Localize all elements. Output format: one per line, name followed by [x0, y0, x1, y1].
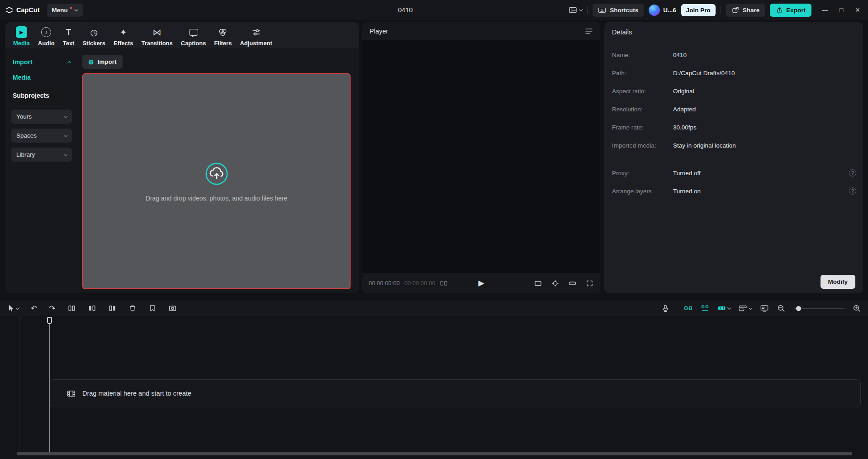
user-account[interactable]: U...6 — [649, 5, 676, 16]
captions-icon — [189, 26, 198, 38]
sidebar-item-import[interactable]: Import — [11, 56, 72, 68]
zoom-out-button[interactable] — [777, 304, 786, 313]
record-voiceover-button[interactable] — [661, 304, 669, 313]
audio-icon: ♪ — [41, 26, 51, 38]
detail-row-proxy: Proxy: Turned off ? — [612, 164, 855, 182]
playhead-handle[interactable] — [47, 317, 52, 324]
chevron-down-icon — [749, 306, 752, 310]
ratio-icon[interactable] — [534, 279, 542, 287]
import-button[interactable]: ⊕ Import — [82, 55, 123, 69]
fit-adapt-icon[interactable] — [551, 279, 560, 287]
play-button[interactable]: ▶ — [478, 278, 484, 288]
tab-stickers[interactable]: ◷ Stickers — [78, 25, 109, 47]
playhead[interactable] — [47, 317, 52, 324]
capcut-window: CapCut Menu 0410 Shortcuts U...6 Join Pr — [0, 0, 868, 459]
tab-text[interactable]: T Text — [59, 25, 79, 47]
help-icon[interactable]: ? — [849, 169, 856, 177]
preview-quality-button[interactable] — [760, 304, 769, 312]
undo-button[interactable]: ↶ — [31, 305, 37, 312]
track-header-divider — [19, 316, 20, 450]
player-panel: Player 00:00:00:00 00:00:00:00 ▶ — [362, 22, 600, 293]
export-button[interactable]: Export — [770, 4, 811, 17]
timeline-drop-strip[interactable]: Drag material here and start to create — [50, 379, 861, 407]
chevron-down-icon — [64, 152, 67, 156]
media-sidebar: Import Media Subprojects Yours Spaces — [5, 48, 78, 293]
logo-text: CapCut — [16, 6, 40, 14]
zoom-in-button[interactable] — [853, 304, 861, 313]
detail-row-resolution: Resolution: Adapted — [612, 100, 855, 118]
frames-icon[interactable] — [440, 279, 448, 287]
sidebar-group-yours[interactable]: Yours — [11, 110, 72, 124]
tab-filters[interactable]: Filters — [210, 25, 236, 47]
sidebar-group-library[interactable]: Library — [11, 148, 72, 162]
close-button[interactable]: × — [851, 3, 864, 17]
menu-button[interactable]: Menu — [47, 4, 83, 17]
timeline[interactable]: Drag material here and start to create — [0, 316, 868, 459]
sidebar-group-spaces[interactable]: Spaces — [11, 129, 72, 143]
media-library-panel: ▶ Media ♪ Audio T Text ◷ Stickers ✦ Effe… — [5, 22, 359, 293]
titlebar-divider — [721, 6, 721, 14]
auto-snap-toggle[interactable] — [684, 304, 693, 312]
shortcuts-button[interactable]: Shortcuts — [593, 4, 644, 17]
transitions-icon: ⋈ — [153, 26, 161, 38]
chevron-down-icon — [75, 8, 78, 11]
chevron-down-icon — [64, 114, 67, 118]
tab-media[interactable]: ▶ Media — [9, 25, 34, 47]
tab-effects[interactable]: ✦ Effects — [109, 25, 137, 47]
tab-captions[interactable]: Captions — [177, 25, 210, 47]
layout-selector[interactable] — [569, 6, 582, 14]
player-menu-icon[interactable] — [585, 28, 593, 34]
delete-right-button[interactable] — [108, 304, 117, 312]
menu-notification-dot — [70, 7, 72, 9]
details-rows: Name: 0410 Path: D:/CapCut Drafts/0410 A… — [604, 42, 863, 200]
text-icon: T — [66, 26, 71, 38]
cursor-icon — [7, 304, 14, 312]
resolution-icon[interactable] — [568, 279, 577, 287]
chevron-up-icon — [67, 61, 71, 64]
main-track-magnet-toggle[interactable] — [717, 304, 730, 312]
linkage-toggle[interactable] — [701, 304, 709, 312]
marker-button[interactable] — [148, 304, 157, 312]
maximize-button[interactable]: □ — [835, 3, 848, 17]
asset-tabbar: ▶ Media ♪ Audio T Text ◷ Stickers ✦ Effe… — [5, 22, 359, 48]
fullscreen-icon[interactable] — [585, 279, 594, 287]
dropzone-hint: Drag and drop videos, photos, and audio … — [146, 195, 288, 202]
tab-adjustment[interactable]: Adjustment — [236, 25, 276, 47]
sidebar-item-subprojects[interactable]: Subprojects — [11, 86, 72, 105]
project-title: 0410 — [398, 6, 413, 14]
sticker-icon: ◷ — [90, 26, 98, 38]
detail-row-frame-rate: Frame rate: 30.00fps — [612, 118, 855, 136]
select-tool-button[interactable] — [7, 304, 19, 312]
help-icon[interactable]: ? — [849, 187, 856, 195]
tab-transitions[interactable]: ⋈ Transitions — [137, 25, 176, 47]
effects-icon: ✦ — [120, 26, 127, 38]
horizontal-scrollbar[interactable] — [17, 452, 852, 455]
timeline-zoom-slider[interactable] — [794, 308, 844, 309]
split-button[interactable] — [67, 304, 76, 312]
screenshot-button[interactable] — [168, 304, 177, 312]
titlebar: CapCut Menu 0410 Shortcuts U...6 Join Pr — [0, 0, 868, 20]
sidebar-item-media[interactable]: Media — [11, 68, 72, 86]
timeline-placeholder-text: Drag material here and start to create — [82, 390, 191, 397]
zoom-slider-handle[interactable] — [796, 306, 801, 311]
player-viewport — [362, 40, 600, 273]
media-content: ⊕ Import Drag and drop videos, photos, a… — [78, 48, 359, 293]
capcut-logo-icon — [5, 7, 13, 14]
join-pro-button[interactable]: Join Pro — [681, 4, 716, 16]
delete-button[interactable] — [128, 304, 137, 312]
redo-button[interactable]: ↷ — [49, 305, 55, 312]
keyboard-icon — [598, 6, 606, 14]
share-button[interactable]: Share — [726, 4, 765, 17]
track-height-toggle[interactable] — [739, 304, 752, 312]
minimize-button[interactable]: — — [818, 3, 832, 17]
timeline-toolbar: ↶ ↷ — [0, 301, 868, 316]
user-name: U...6 — [663, 7, 676, 14]
modify-button[interactable]: Modify — [821, 275, 856, 289]
tab-audio[interactable]: ♪ Audio — [34, 25, 59, 47]
plus-icon: ⊕ — [88, 58, 94, 66]
player-controls: 00:00:00:00 00:00:00:00 ▶ — [362, 273, 600, 293]
player-current-time: 00:00:00:00 — [369, 280, 400, 287]
media-dropzone[interactable]: Drag and drop videos, photos, and audio … — [82, 73, 351, 289]
adjustment-icon — [251, 26, 261, 38]
delete-left-button[interactable] — [88, 304, 96, 312]
